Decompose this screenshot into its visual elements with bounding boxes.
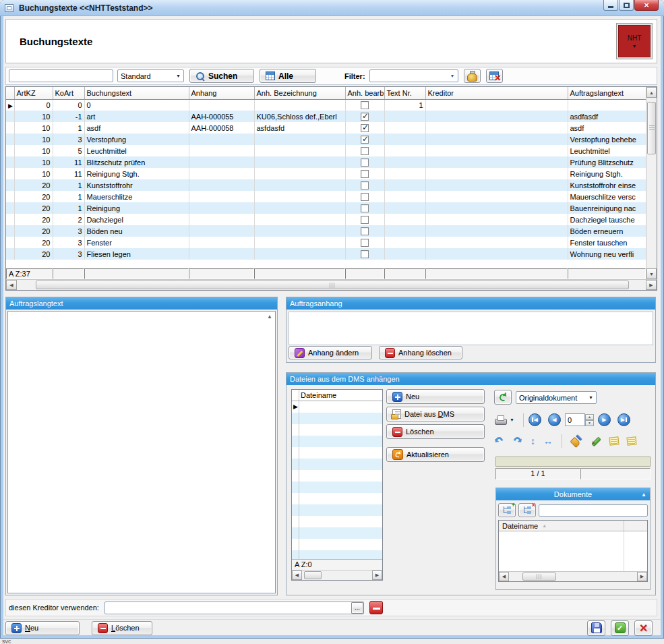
- anh-bearb-checkbox[interactable]: [361, 239, 369, 247]
- brush-tool-button[interactable]: [567, 432, 586, 450]
- save-button[interactable]: [587, 620, 605, 636]
- cell-kreditor[interactable]: [425, 248, 568, 260]
- cell-anh-bezeichnung[interactable]: [254, 99, 345, 111]
- cell-anh-bezeichnung[interactable]: [254, 134, 345, 145]
- cell-buchungstext[interactable]: Fenster: [84, 237, 189, 248]
- cell-anh-bearb[interactable]: [345, 145, 384, 156]
- cell-auftragslangtext[interactable]: Mauerschlitze versc: [568, 191, 646, 202]
- anh-bearb-checkbox[interactable]: [361, 227, 369, 235]
- cell-artkz[interactable]: 10: [14, 134, 53, 145]
- collapse-icon[interactable]: ▲: [641, 492, 646, 498]
- cell-text-nr[interactable]: [384, 225, 425, 237]
- cell-artkz[interactable]: 10: [14, 122, 53, 134]
- cell-buchungstext[interactable]: Reinigung Stgh.: [84, 168, 189, 179]
- cell-anhang[interactable]: [189, 237, 254, 248]
- cell-buchungstext[interactable]: Kunststoffrohr: [84, 179, 189, 191]
- rotate-right-button[interactable]: [508, 432, 526, 450]
- cell-kreditor[interactable]: [425, 168, 568, 179]
- cell-text-nr[interactable]: [384, 122, 425, 134]
- cell-kreditor[interactable]: [425, 214, 568, 225]
- table-row[interactable]: ▶ 20 3 Fenster Fenster tauschen: [6, 237, 646, 248]
- dokumente-list-body[interactable]: [499, 531, 647, 571]
- cell-kreditor[interactable]: [425, 179, 568, 191]
- cell-kreditor[interactable]: [425, 202, 568, 214]
- cell-auftragslangtext[interactable]: Bauenreinigung nac: [568, 202, 646, 214]
- grid-header-koart[interactable]: KoArt: [53, 87, 84, 99]
- pencil-tool-button[interactable]: [586, 432, 605, 450]
- cell-anh-bezeichnung[interactable]: [254, 168, 345, 179]
- cell-anh-bearb[interactable]: [345, 134, 384, 145]
- kreditor-remove-button[interactable]: [369, 601, 383, 614]
- minimize-button[interactable]: [603, 0, 618, 11]
- table-row[interactable]: ▶ 10 3 Verstopfung Verstopfung behebe: [6, 134, 646, 145]
- fit-height-button[interactable]: ↕: [526, 432, 539, 450]
- vertical-scroll-thumb[interactable]: [647, 102, 656, 154]
- cell-artkz[interactable]: 20: [14, 191, 53, 202]
- cell-text-nr[interactable]: [384, 168, 425, 179]
- cell-anh-bezeichnung[interactable]: [254, 179, 345, 191]
- cell-anhang[interactable]: [189, 179, 254, 191]
- cell-anhang[interactable]: [189, 214, 254, 225]
- cell-koart[interactable]: 1: [53, 202, 84, 214]
- cell-text-nr[interactable]: [384, 145, 425, 156]
- cell-kreditor[interactable]: [425, 237, 568, 248]
- cell-artkz[interactable]: 20: [14, 202, 53, 214]
- cell-anhang[interactable]: [189, 202, 254, 214]
- rotate-left-button[interactable]: [490, 432, 508, 450]
- cell-artkz[interactable]: 10: [14, 145, 53, 156]
- dokumente-search-input[interactable]: [539, 504, 648, 517]
- spinner-down-button[interactable]: ▼: [585, 420, 594, 426]
- scroll-up-button[interactable]: ▲: [646, 87, 657, 98]
- table-row[interactable]: ▶ 10 1 asdf AAH-000058 asfdasfd asdf: [6, 122, 646, 134]
- grid-vertical-scrollbar[interactable]: ▲ ▼: [646, 87, 657, 279]
- cell-anhang[interactable]: [189, 168, 254, 179]
- grid-header-buchungstext[interactable]: Buchungstext: [84, 87, 189, 99]
- cell-anh-bearb[interactable]: [345, 248, 384, 260]
- anh-bearb-checkbox[interactable]: [361, 250, 369, 258]
- cell-anhang[interactable]: AAH-000055: [189, 111, 254, 122]
- grid-header-anh-bezeichnung[interactable]: Anh. Bezeichnung: [254, 87, 345, 99]
- cell-koart[interactable]: -1: [53, 111, 84, 122]
- loeschen-button[interactable]: Löschen: [92, 621, 152, 635]
- cell-anhang[interactable]: [189, 191, 254, 202]
- anh-bearb-checkbox[interactable]: [361, 113, 369, 121]
- cell-kreditor[interactable]: [425, 99, 568, 111]
- cell-anhang[interactable]: [189, 248, 254, 260]
- cancel-button[interactable]: ×: [634, 620, 653, 636]
- search-mode-select[interactable]: Standard ▼: [117, 69, 184, 82]
- cell-buchungstext[interactable]: asdf: [84, 122, 189, 134]
- cell-kreditor[interactable]: [425, 122, 568, 134]
- cell-anhang[interactable]: [189, 145, 254, 156]
- scroll-left-button[interactable]: ◀: [499, 572, 509, 581]
- spinner-up-button[interactable]: ▲: [585, 414, 594, 420]
- cell-buchungstext[interactable]: art: [84, 111, 189, 122]
- horizontal-scroll-thumb[interactable]: [522, 573, 556, 581]
- cell-anh-bearb[interactable]: [345, 111, 384, 122]
- cell-anh-bearb[interactable]: [345, 214, 384, 225]
- cell-anh-bearb[interactable]: [345, 122, 384, 134]
- cell-artkz[interactable]: 0: [14, 99, 53, 111]
- cell-anh-bezeichnung[interactable]: [254, 202, 345, 214]
- cell-auftragslangtext[interactable]: Böden erneuern: [568, 225, 646, 237]
- cell-text-nr[interactable]: [384, 134, 425, 145]
- grid-header-anhang[interactable]: Anhang: [189, 87, 254, 99]
- dms-file-list-column-header[interactable]: Dateiname: [292, 390, 382, 401]
- cell-text-nr[interactable]: [384, 179, 425, 191]
- horizontal-scroll-thumb[interactable]: [36, 281, 629, 289]
- cell-anh-bezeichnung[interactable]: [254, 214, 345, 225]
- anh-bearb-checkbox[interactable]: [361, 181, 369, 189]
- cell-auftragslangtext[interactable]: asdfasdf: [568, 111, 646, 122]
- cell-buchungstext[interactable]: Dachziegel: [84, 214, 189, 225]
- cell-kreditor[interactable]: [425, 111, 568, 122]
- cell-anhang[interactable]: [189, 225, 254, 237]
- cell-koart[interactable]: 11: [53, 156, 84, 168]
- dms-file-list-scrollbar[interactable]: ◀ ▶: [292, 570, 382, 580]
- grid-header-anh-bearb[interactable]: Anh. bearb.: [345, 87, 384, 99]
- anh-bearb-checkbox[interactable]: [361, 216, 369, 224]
- table-row[interactable]: ▶ 10 5 Leuchtmittel Leuchtmittel: [6, 145, 646, 156]
- anhang-aendern-button[interactable]: Anhang ändern: [289, 346, 372, 359]
- cell-buchungstext[interactable]: Reinigung: [84, 202, 189, 214]
- scroll-left-button[interactable]: ◀: [6, 280, 17, 290]
- cell-text-nr[interactable]: [384, 156, 425, 168]
- print-button[interactable]: ▼: [490, 411, 518, 429]
